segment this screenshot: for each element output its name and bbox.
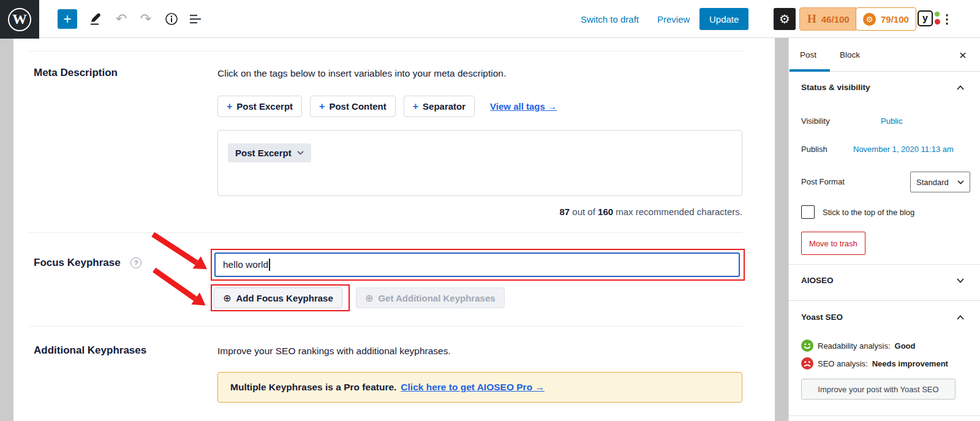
tag-post-excerpt-button[interactable]: + Post Excerpt	[217, 96, 302, 117]
update-button[interactable]: Update	[699, 8, 748, 30]
good-smiley-icon	[801, 339, 813, 352]
wordpress-editor: W + ↶ ↷ Switch to draft Previe	[0, 0, 980, 421]
improve-with-yoast-button[interactable]: Improve your post with Yoast SEO	[801, 379, 956, 400]
visibility-value-link[interactable]: Public	[881, 116, 902, 126]
chevron-down-icon	[297, 151, 304, 155]
help-icon[interactable]: ?	[130, 257, 141, 268]
circled-plus-icon: ⊕	[223, 292, 231, 304]
headline-h-icon: H	[807, 12, 816, 26]
meta-description-editor[interactable]: Post Excerpt	[217, 130, 742, 196]
move-to-trash-button[interactable]: Move to trash	[801, 232, 865, 255]
details-button[interactable]	[164, 12, 179, 26]
switch-to-draft-link[interactable]: Switch to draft	[581, 14, 639, 25]
section-divider	[29, 232, 742, 233]
add-focus-keyphrase-button[interactable]: ⊕ Add Focus Keyphrase	[214, 287, 342, 308]
plus-icon: +	[227, 101, 232, 112]
char-count-middle: out of	[572, 207, 595, 217]
wordpress-logo[interactable]: W	[0, 0, 39, 39]
tab-post[interactable]: Post	[800, 38, 816, 72]
sticky-checkbox[interactable]	[801, 205, 815, 219]
close-sidebar-button[interactable]: ×	[954, 47, 971, 64]
post-format-value: Standard	[916, 178, 949, 187]
main-scrollbar[interactable]	[775, 38, 788, 421]
chip-label: Post Excerpt	[235, 148, 292, 158]
focus-keyphrase-input[interactable]: hello world	[214, 252, 740, 277]
notice-text: Multiple Keyphrases is a Pro feature.	[230, 382, 396, 393]
redo-icon: ↷	[140, 11, 151, 27]
readability-analysis-row: Readability analysis: Good	[801, 339, 915, 352]
meta-description-help-text: Click on the tags below to insert variab…	[217, 68, 506, 79]
focus-keyphrase-value: hello world	[223, 259, 268, 270]
yoast-panel-header[interactable]: Yoast SEO	[789, 302, 980, 333]
panel-title: Status & visibility	[801, 83, 870, 92]
list-view-icon	[189, 13, 203, 25]
status-visibility-header[interactable]: Status & visibility	[789, 72, 980, 103]
additional-keyphrases-description: Improve your SEO rankings with additiona…	[217, 346, 451, 357]
seo-analysis-value: Needs improvement	[872, 359, 948, 368]
text-cursor	[269, 259, 270, 271]
char-count-current: 87	[559, 207, 570, 217]
additional-keyphrases-label: Additional Keyphrases	[34, 344, 146, 357]
post-excerpt-variable-chip[interactable]: Post Excerpt	[228, 143, 311, 162]
tag-label: Separator	[423, 101, 466, 112]
get-aioseo-pro-link[interactable]: Click here to get AIOSEO Pro →	[401, 382, 545, 393]
tag-post-content-button[interactable]: + Post Content	[310, 96, 396, 117]
block-inserter-button[interactable]: +	[58, 9, 77, 29]
headline-analyzer-score[interactable]: H 46/100	[799, 7, 858, 31]
panel-divider	[789, 300, 980, 301]
panel-title: AIOSEO	[801, 276, 834, 285]
section-divider	[29, 51, 742, 51]
yoast-green-dot	[935, 12, 940, 17]
chevron-down-icon	[957, 278, 964, 283]
preview-link[interactable]: Preview	[657, 14, 690, 25]
seo-analysis-row: SEO analysis: Needs improvement	[801, 357, 948, 370]
headline-score-value: 46/100	[821, 14, 850, 25]
edit-tool-button[interactable]	[88, 12, 103, 26]
readability-value: Good	[895, 341, 916, 351]
options-menu-button[interactable]: ⋮	[940, 10, 954, 28]
add-button-label: Add Focus Keyphrase	[236, 293, 333, 303]
settings-sidebar: Post Block × Status & visibility Visibil…	[788, 38, 980, 421]
character-count: 87 out of 160 max recommended characters…	[429, 207, 742, 217]
wordpress-w-icon: W	[8, 8, 31, 31]
publish-label: Publish	[801, 145, 827, 154]
get-additional-label: Get Additional Keyphrases	[378, 293, 495, 303]
settings-button[interactable]: ⚙	[774, 8, 796, 30]
undo-button[interactable]: ↶	[114, 12, 129, 26]
bad-smiley-icon	[801, 357, 813, 370]
list-view-button[interactable]	[189, 12, 203, 26]
aioseo-score[interactable]: ⚙ 79/100	[856, 7, 916, 31]
seo-score-value: 79/100	[881, 14, 909, 25]
undo-icon: ↶	[116, 11, 127, 27]
aioseo-panel-header[interactable]: AIOSEO	[789, 265, 980, 296]
sticky-checkbox-label[interactable]: Stick to the top of the blog	[823, 208, 914, 217]
question-mark: ?	[134, 259, 138, 267]
visibility-label: Visibility	[801, 116, 830, 126]
tag-separator-button[interactable]: + Separator	[404, 96, 475, 117]
post-format-select[interactable]: Standard	[910, 172, 970, 192]
view-all-tags-link[interactable]: View all tags →	[490, 101, 557, 112]
section-divider	[29, 326, 742, 327]
close-icon: ×	[959, 48, 967, 62]
char-count-max: 160	[598, 207, 613, 217]
yoast-y-icon: y	[918, 10, 933, 26]
panel-title: Yoast SEO	[801, 313, 843, 322]
yoast-toolbar-button[interactable]: y	[918, 10, 940, 26]
post-format-label: Post Format	[801, 177, 845, 186]
char-count-suffix: max recommended characters.	[616, 207, 742, 217]
get-additional-keyphrases-button[interactable]: ⊕ Get Additional Keyphrases	[356, 287, 505, 308]
publish-date-link[interactable]: November 1, 2020 11:13 am	[853, 145, 954, 154]
chevron-up-icon	[957, 85, 964, 90]
aioseo-gear-icon: ⚙	[863, 13, 876, 26]
redo-button[interactable]: ↷	[138, 12, 153, 26]
panel-divider	[789, 415, 980, 416]
sidebar-tabs: Post Block ×	[789, 38, 980, 72]
pencil-icon	[89, 12, 102, 26]
circled-plus-icon: ⊕	[365, 292, 373, 304]
readability-label: Readability analysis:	[818, 341, 891, 351]
plus-icon: +	[319, 101, 325, 112]
editor-toolbar: W + ↶ ↷ Switch to draft Previe	[0, 0, 980, 38]
tab-block[interactable]: Block	[840, 38, 860, 72]
meta-description-label: Meta Description	[34, 67, 118, 79]
plus-icon: +	[413, 101, 418, 112]
